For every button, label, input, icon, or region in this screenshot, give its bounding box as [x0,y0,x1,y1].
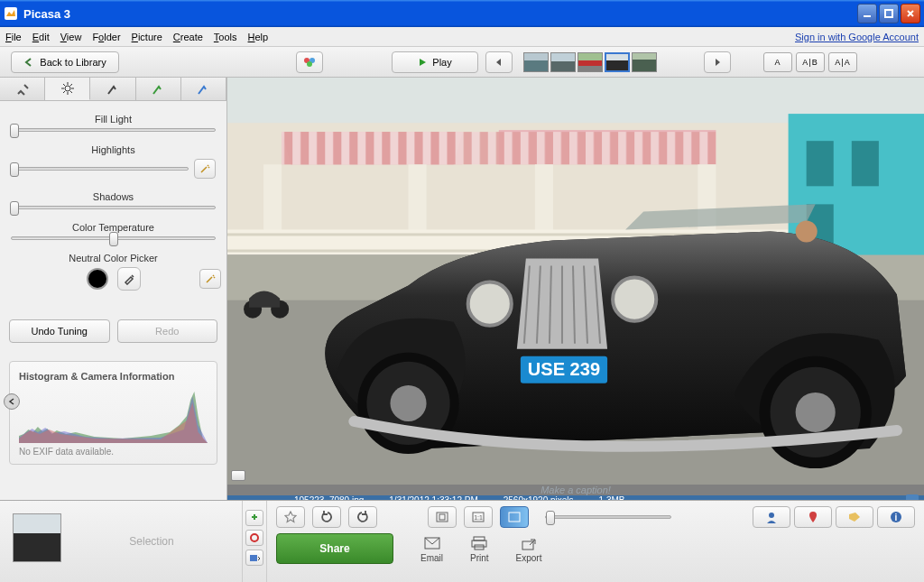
email-button[interactable]: Email [420,535,443,563]
exif-status: No EXIF data available. [19,447,208,457]
pin-icon [250,513,259,522]
window-close-button[interactable] [901,4,920,23]
fill-light-label: Fill Light [11,114,216,125]
filmstrip-thumb-current[interactable] [605,52,630,72]
svg-rect-13 [282,132,716,164]
shadows-slider[interactable] [11,206,216,209]
menu-help[interactable]: Help [248,32,269,42]
share-button[interactable]: Share [276,533,393,564]
menu-picture[interactable]: Picture [132,32,162,42]
color-picker-button[interactable] [296,51,323,73]
tab-tuning[interactable] [45,78,90,100]
tag-icon [848,512,861,522]
neutral-color-swatch [87,268,108,290]
export-button[interactable]: Export [516,535,542,563]
undo-tuning-button[interactable]: Undo Tuning [9,319,110,343]
next-photo-button[interactable] [704,51,731,73]
hold-button[interactable] [245,510,263,526]
image-viewer: USE 239 Make a caption! 105223_7080.jpg … [227,78,924,500]
tray-tools [242,501,267,582]
circle-icon [250,533,259,542]
menu-file[interactable]: File [5,32,22,42]
svg-rect-50 [439,514,445,520]
back-to-library-button[interactable]: Back to Library [11,51,119,73]
rotate-cw-button[interactable] [348,506,377,528]
redo-tuning-button: Redo [117,319,218,343]
filmstrip [523,52,657,72]
star-button[interactable] [276,506,305,528]
histogram-chart [19,389,208,443]
properties-button[interactable]: i [877,506,915,528]
arrow-left-icon [23,57,34,68]
menu-view[interactable]: View [60,32,82,42]
wand-icon [205,273,216,284]
print-button[interactable]: Print [470,535,489,563]
zoom-slider[interactable] [545,515,671,519]
color-temp-slider[interactable] [11,236,216,240]
svg-rect-15 [409,164,427,236]
resize-grip[interactable] [231,470,245,481]
geotag-button[interactable] [794,506,832,528]
filmstrip-thumb[interactable] [578,52,603,72]
arrow-left-icon [494,57,504,68]
people-tag-button[interactable] [753,506,790,528]
tab-basic-fixes[interactable] [0,78,45,100]
rotate-ccw-icon [320,511,333,523]
main-photo[interactable]: USE 239 [227,78,924,485]
svg-text:1:1: 1:1 [474,514,483,521]
selection-thumb[interactable] [13,513,61,562]
zoom-mode-button[interactable] [500,506,529,528]
compare-aa-button[interactable]: A|A [828,52,857,72]
menu-edit[interactable]: Edit [32,32,50,42]
fill-light-slider[interactable] [11,128,216,132]
svg-point-43 [613,278,656,321]
svg-rect-59 [472,540,486,547]
tag-button[interactable] [836,506,873,528]
svg-point-34 [796,393,836,432]
auto-highlights-button[interactable] [194,159,216,179]
prev-photo-button[interactable] [485,51,513,73]
rotate-cw-icon [356,511,369,523]
window-minimize-button[interactable] [857,4,877,23]
svg-rect-16 [535,164,553,236]
caption-input[interactable]: Make a caption! [227,485,924,495]
bottom-tray: Selection 1:1 i Share Email [0,500,924,582]
export-icon [521,536,537,550]
tab-effects-1[interactable] [90,78,135,100]
signin-link[interactable]: Sign in with Google Account [795,32,919,42]
svg-point-6 [65,86,70,91]
menu-create[interactable]: Create [173,32,203,42]
filmstrip-thumb[interactable] [550,52,576,72]
menu-tools[interactable]: Tools [214,32,237,42]
svg-rect-14 [263,164,282,236]
add-to-button[interactable] [245,550,263,566]
app-logo-icon [4,6,18,21]
window-maximize-button[interactable] [879,4,899,23]
svg-point-5 [307,61,312,67]
filmstrip-thumb[interactable] [632,52,657,72]
actual-size-button[interactable]: 1:1 [464,506,493,528]
compare-single-button[interactable]: A [763,52,792,72]
colorpalette-icon [302,56,317,69]
auto-color-button[interactable] [199,269,221,289]
fit-icon [436,512,448,522]
play-slideshow-button[interactable]: Play [392,51,478,73]
shadows-label: Shadows [11,191,216,202]
tab-effects-3[interactable] [181,78,226,100]
filmstrip-thumb[interactable] [523,52,549,72]
svg-text:USE 239: USE 239 [528,359,600,379]
tab-effects-2[interactable] [136,78,181,100]
eyedropper-button[interactable] [117,267,141,291]
collapse-panel-button[interactable] [4,393,20,410]
menu-folder[interactable]: Folder [92,32,120,42]
highlights-slider[interactable] [11,167,189,171]
svg-point-54 [769,513,774,518]
compare-ab-button[interactable]: A|B [796,52,825,72]
svg-text:i: i [895,513,898,522]
fit-window-button[interactable] [428,506,457,528]
compare-mode-group: A A|B A|A [763,52,857,72]
menu-bar: File Edit View Folder Picture Create Too… [0,27,924,47]
rotate-ccw-button[interactable] [312,506,341,528]
edit-tabs [0,78,226,101]
clear-button[interactable] [245,530,263,546]
